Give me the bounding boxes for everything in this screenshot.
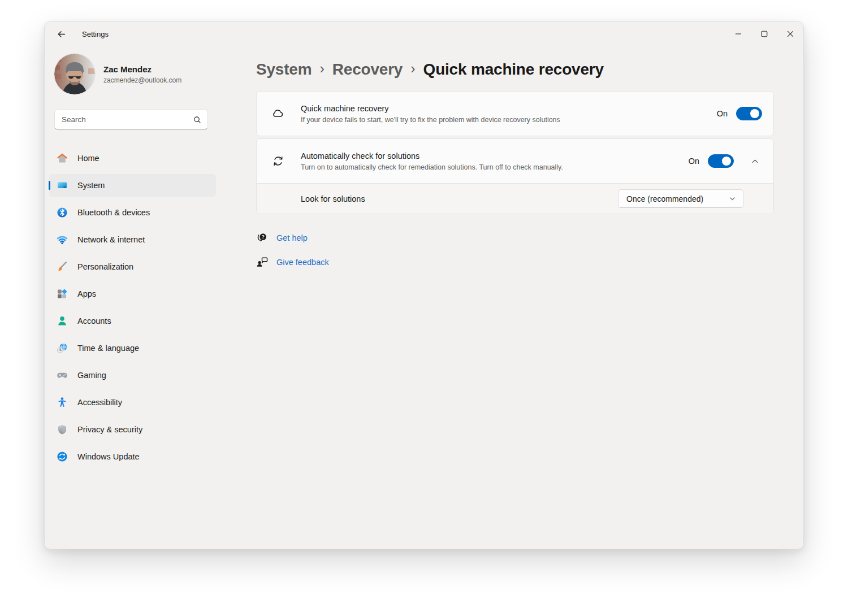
chevron-down-icon — [729, 195, 736, 202]
row-text: Quick machine recovery If your device fa… — [301, 104, 717, 124]
minimize-icon — [735, 31, 742, 37]
get-help-link[interactable]: ? Get help — [256, 231, 308, 244]
collapse-expander-button[interactable] — [747, 154, 762, 168]
sidebar-item-label: Privacy & security — [77, 425, 142, 434]
sidebar-item-system[interactable]: System — [49, 174, 216, 197]
back-arrow-icon — [57, 29, 66, 39]
sidebar: Zac Mendez zacmendez@outlook.com Home Sy… — [45, 46, 256, 549]
row-text: Automatically check for solutions Turn o… — [301, 151, 689, 171]
sidebar-item-apps[interactable]: Apps — [49, 283, 216, 305]
bluetooth-icon — [57, 207, 68, 218]
minimize-button[interactable] — [725, 22, 751, 46]
sidebar-item-label: Home — [77, 154, 99, 163]
sidebar-item-label: Bluetooth & devices — [77, 208, 150, 217]
sidebar-item-accounts[interactable]: Accounts — [49, 310, 216, 332]
look-for-solutions-row: Look for solutions Once (recommended) — [257, 183, 773, 214]
feedback-person-icon — [256, 255, 269, 268]
sidebar-nav: Home System Bluetooth & devices Network … — [49, 147, 216, 468]
svg-text:?: ? — [262, 235, 265, 240]
get-help-label: Get help — [276, 233, 308, 242]
auto-check-card: Automatically check for solutions Turn o… — [256, 138, 774, 214]
auto-check-toggle[interactable] — [708, 154, 734, 168]
sidebar-item-label: Gaming — [77, 371, 106, 380]
sidebar-item-label: Personalization — [77, 262, 133, 271]
setting-description: Turn on to automatically check for remed… — [301, 163, 689, 171]
wifi-icon — [57, 234, 68, 245]
titlebar: Settings — [45, 22, 803, 46]
settings-window: Settings — [44, 21, 804, 549]
sidebar-item-label: Time & language — [77, 344, 139, 353]
window-controls — [725, 22, 803, 46]
avatar — [54, 54, 95, 94]
profile-name: Zac Mendez — [103, 64, 181, 74]
quick-machine-recovery-card: Quick machine recovery If your device fa… — [256, 91, 774, 136]
sidebar-item-accessibility[interactable]: Accessibility — [49, 391, 216, 414]
toggle-group: On — [689, 154, 734, 168]
paintbrush-icon — [57, 261, 68, 272]
breadcrumb-separator-icon: › — [319, 60, 325, 77]
search-box — [54, 110, 208, 129]
help-links: ? Get help Give feedback — [256, 231, 804, 268]
auto-check-row[interactable]: Automatically check for solutions Turn o… — [257, 139, 773, 183]
quick-machine-recovery-toggle[interactable] — [736, 107, 762, 120]
sidebar-item-label: Windows Update — [77, 452, 140, 461]
give-feedback-label: Give feedback — [276, 258, 329, 267]
look-for-solutions-dropdown[interactable]: Once (recommended) — [618, 189, 743, 208]
apps-icon — [57, 288, 68, 300]
breadcrumb-separator-icon: › — [410, 60, 416, 77]
gamepad-icon — [57, 370, 68, 381]
maximize-button[interactable] — [751, 22, 777, 46]
setting-description: If your device fails to start, we'll try… — [301, 116, 717, 124]
look-for-solutions-label: Look for solutions — [301, 194, 365, 203]
toggle-state-label: On — [717, 109, 728, 118]
breadcrumb-system[interactable]: System — [256, 60, 311, 79]
breadcrumb: System › Recovery › Quick machine recove… — [256, 59, 804, 80]
quick-machine-recovery-row: Quick machine recovery If your device fa… — [257, 92, 773, 136]
close-icon — [787, 31, 794, 37]
close-button[interactable] — [777, 22, 803, 46]
cloud-icon — [271, 107, 285, 120]
back-button[interactable] — [51, 25, 71, 42]
sidebar-item-home[interactable]: Home — [49, 147, 216, 170]
profile-email: zacmendez@outlook.com — [103, 76, 181, 84]
help-bubble-icon: ? — [256, 231, 269, 244]
system-icon — [57, 180, 68, 191]
search-input[interactable] — [62, 115, 193, 124]
breadcrumb-recovery[interactable]: Recovery — [332, 60, 403, 79]
sidebar-item-privacy-security[interactable]: Privacy & security — [49, 418, 216, 441]
sidebar-item-network-internet[interactable]: Network & internet — [49, 228, 216, 251]
toggle-group: On — [717, 107, 762, 120]
setting-title: Quick machine recovery — [301, 104, 717, 113]
toggle-state-label: On — [689, 157, 699, 166]
sidebar-item-label: Apps — [77, 289, 96, 298]
profile-text: Zac Mendez zacmendez@outlook.com — [103, 64, 181, 84]
person-icon — [57, 315, 68, 327]
shield-icon — [57, 424, 68, 435]
accessibility-person-icon — [57, 397, 68, 408]
globe-clock-icon — [57, 342, 68, 354]
settings-cards: Quick machine recovery If your device fa… — [256, 91, 774, 214]
sidebar-item-bluetooth-devices[interactable]: Bluetooth & devices — [49, 201, 216, 224]
toggle-knob — [750, 109, 759, 118]
sidebar-item-personalization[interactable]: Personalization — [49, 255, 216, 278]
search-icon — [193, 115, 202, 124]
app-title: Settings — [82, 30, 109, 38]
account-profile[interactable]: Zac Mendez zacmendez@outlook.com — [45, 46, 256, 94]
home-icon — [57, 153, 68, 164]
sidebar-item-label: Network & internet — [77, 235, 145, 244]
update-icon — [57, 451, 68, 462]
sidebar-item-label: System — [77, 181, 105, 190]
dropdown-selected-value: Once (recommended) — [626, 194, 703, 203]
sidebar-item-windows-update[interactable]: Windows Update — [49, 445, 216, 468]
main-content: System › Recovery › Quick machine recove… — [256, 46, 804, 268]
sidebar-item-label: Accessibility — [77, 398, 122, 407]
sidebar-item-label: Accounts — [77, 316, 111, 326]
sidebar-item-gaming[interactable]: Gaming — [49, 364, 216, 387]
sidebar-item-time-language[interactable]: Time & language — [49, 337, 216, 359]
toggle-knob — [722, 157, 731, 166]
setting-title: Automatically check for solutions — [301, 151, 689, 160]
maximize-icon — [761, 31, 768, 37]
page-title: Quick machine recovery — [423, 60, 604, 79]
sync-icon — [271, 154, 285, 168]
give-feedback-link[interactable]: Give feedback — [256, 255, 329, 268]
